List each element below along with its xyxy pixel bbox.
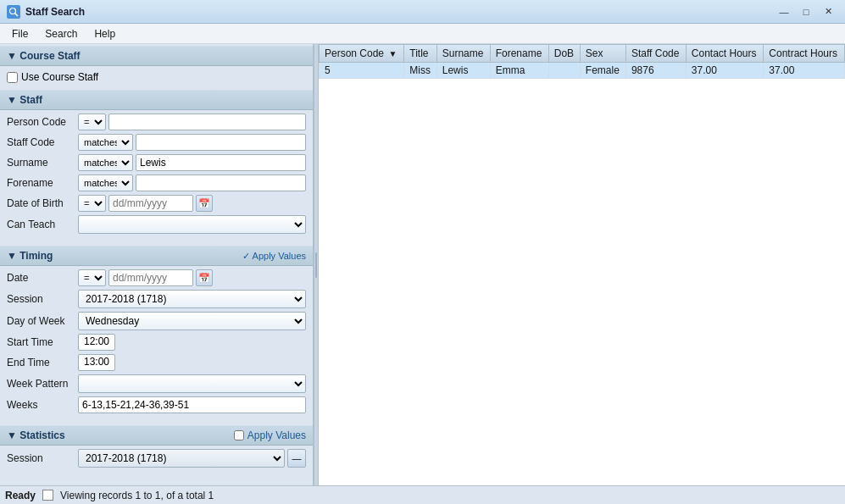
col-contract-hours[interactable]: Contract Hours: [764, 45, 845, 63]
dob-controls: =<> 📅: [78, 195, 306, 212]
results-table: Person Code ▼ Title Surname Forename DoB…: [319, 44, 845, 79]
stats-session-row: Session 2017-2018 (1718) —: [7, 449, 306, 468]
stats-session-label: Session: [7, 452, 75, 464]
surname-input[interactable]: [136, 154, 306, 171]
statistics-apply-checkbox[interactable]: [234, 430, 244, 440]
forename-label: Forename: [7, 177, 75, 189]
forename-controls: matches=starts with: [78, 174, 306, 191]
dob-calendar-button[interactable]: 📅: [196, 195, 213, 212]
use-course-staff-checkbox[interactable]: [7, 72, 18, 83]
stats-collapse-button[interactable]: —: [287, 449, 306, 468]
timing-apply-values[interactable]: ✓ Apply Values: [242, 251, 306, 262]
cell-staff-code: 9876: [625, 63, 686, 79]
course-staff-title: ▼ Course Staff: [7, 50, 81, 62]
forename-row: Forename matches=starts with: [7, 174, 306, 191]
weeks-input[interactable]: [78, 396, 306, 413]
cell-contract-hours: 37.00: [764, 63, 845, 79]
cell-forename: Emma: [490, 63, 548, 79]
status-checkbox[interactable]: [42, 490, 53, 501]
svg-line-1: [15, 13, 19, 16]
staff-code-controls: matches=starts with: [78, 134, 306, 151]
day-of-week-select[interactable]: Wednesday MondayTuesday ThursdayFriday: [78, 312, 306, 330]
weeks-row: Weeks: [7, 396, 306, 413]
forename-input[interactable]: [136, 174, 306, 191]
stats-session-controls: 2017-2018 (1718) —: [78, 449, 306, 468]
app-icon: [7, 5, 20, 19]
svg-point-0: [10, 8, 16, 14]
timing-date-input[interactable]: [108, 269, 193, 286]
forename-operator[interactable]: matches=starts with: [78, 174, 133, 191]
timing-title: ▼ Timing: [7, 250, 53, 262]
surname-operator[interactable]: matches=starts with: [78, 154, 133, 171]
use-course-staff-row: Use Course Staff: [7, 69, 306, 85]
course-staff-section: Use Course Staff: [0, 66, 313, 88]
person-code-row: Person Code =≠<>: [7, 114, 306, 130]
person-code-operator[interactable]: =≠<>: [78, 114, 106, 130]
day-of-week-label: Day of Week: [7, 315, 75, 327]
timing-date-label: Date: [7, 272, 75, 284]
timing-date-row: Date =<> 📅: [7, 269, 306, 286]
dob-operator[interactable]: =<>: [78, 195, 106, 212]
can-teach-label: Can Teach: [7, 219, 75, 230]
stats-session-select[interactable]: 2017-2018 (1718): [78, 449, 285, 468]
can-teach-row: Can Teach Yes No: [7, 215, 306, 234]
statistics-apply-label: Apply Values: [247, 429, 306, 441]
statistics-section: Session 2017-2018 (1718) —: [0, 446, 313, 478]
surname-label: Surname: [7, 157, 75, 169]
table-row[interactable]: 5 Miss Lewis Emma Female 9876 37.00 37.0…: [320, 63, 845, 79]
dob-label: Date of Birth: [7, 197, 75, 209]
course-staff-header: ▼ Course Staff: [0, 46, 313, 66]
use-course-staff-label: Use Course Staff: [21, 71, 98, 83]
can-teach-controls: Yes No: [78, 215, 306, 234]
splitter-handle: [315, 252, 317, 278]
timing-date-operator[interactable]: =<>: [78, 269, 106, 286]
day-of-week-controls: Wednesday MondayTuesday ThursdayFriday: [78, 312, 306, 330]
col-dob[interactable]: DoB: [548, 45, 580, 63]
start-time-value[interactable]: 12:00: [78, 334, 115, 351]
session-label: Session: [7, 293, 75, 305]
timing-header: ▼ Timing ✓ Apply Values: [0, 246, 313, 266]
menu-search[interactable]: Search: [36, 26, 86, 42]
staff-code-row: Staff Code matches=starts with: [7, 134, 306, 151]
col-sex[interactable]: Sex: [580, 45, 625, 63]
weeks-controls: [78, 396, 306, 413]
menu-file[interactable]: File: [3, 26, 36, 42]
close-button[interactable]: ✕: [818, 4, 838, 19]
staff-code-input[interactable]: [136, 134, 306, 151]
timing-section: Date =<> 📅 Session 2017-2018 (1718) 2016…: [0, 266, 313, 424]
col-title[interactable]: Title: [404, 45, 436, 63]
week-pattern-select[interactable]: [78, 374, 306, 393]
table-header-row: Person Code ▼ Title Surname Forename DoB…: [320, 45, 845, 63]
status-bar: Ready Viewing records 1 to 1, of a total…: [0, 485, 845, 504]
timing-date-calendar-button[interactable]: 📅: [196, 269, 213, 286]
staff-section: Person Code =≠<> Staff Code matches=star…: [0, 110, 313, 244]
menu-help[interactable]: Help: [86, 26, 124, 42]
main-layout: ▼ Course Staff Use Course Staff ▼ Staff …: [0, 44, 845, 485]
end-time-value[interactable]: 13:00: [78, 354, 115, 371]
end-time-controls: 13:00: [78, 354, 306, 371]
staff-code-operator[interactable]: matches=starts with: [78, 134, 133, 151]
week-pattern-controls: [78, 374, 306, 393]
cell-title: Miss: [404, 63, 436, 79]
cell-surname: Lewis: [436, 63, 490, 79]
maximize-button[interactable]: □: [796, 4, 816, 19]
minimize-button[interactable]: —: [774, 4, 794, 19]
col-contact-hours[interactable]: Contact Hours: [686, 45, 764, 63]
person-code-input[interactable]: [108, 114, 306, 130]
start-time-label: Start Time: [7, 336, 75, 348]
cell-contact-hours: 37.00: [686, 63, 764, 79]
cell-dob: [548, 63, 580, 79]
col-staff-code[interactable]: Staff Code: [625, 45, 686, 63]
col-person-code[interactable]: Person Code ▼: [320, 45, 404, 63]
table-scroll-area[interactable]: Person Code ▼ Title Surname Forename DoB…: [319, 44, 845, 485]
dob-input[interactable]: [108, 195, 193, 212]
session-select[interactable]: 2017-2018 (1718) 2016-2017 (1617) 2018-2…: [78, 290, 306, 308]
col-forename[interactable]: Forename: [490, 45, 548, 63]
week-pattern-label: Week Pattern: [7, 378, 75, 390]
can-teach-select[interactable]: Yes No: [78, 215, 306, 234]
window-controls: — □ ✕: [774, 4, 838, 19]
statistics-apply-values[interactable]: Apply Values: [234, 429, 306, 441]
col-surname[interactable]: Surname: [436, 45, 490, 63]
start-time-controls: 12:00: [78, 334, 306, 351]
session-row: Session 2017-2018 (1718) 2016-2017 (1617…: [7, 290, 306, 308]
